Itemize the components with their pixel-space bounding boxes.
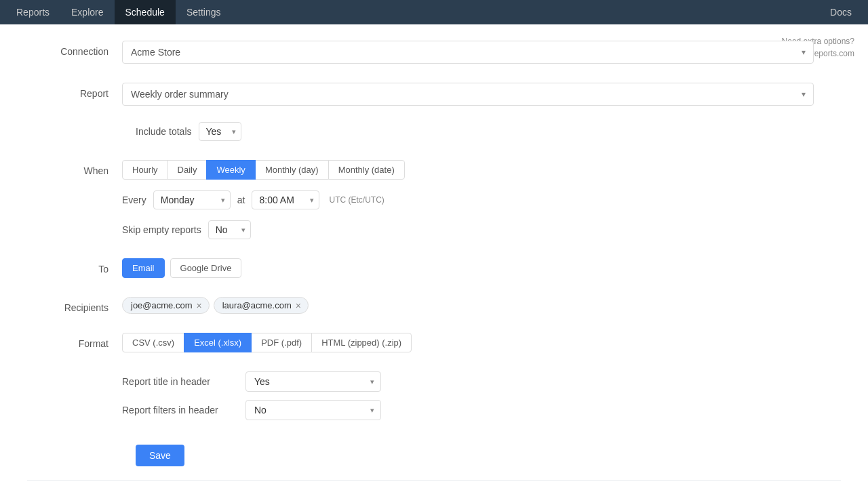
recipient-email-joe: joe@acme.com [131, 300, 193, 310]
connection-dropdown-wrapper: Acme Store [122, 41, 814, 64]
report-field: Weekly order summary [122, 83, 814, 106]
day-dropdown: Monday Tuesday Wednesday Thursday Friday… [153, 190, 231, 209]
report-title-select[interactable]: Yes No [245, 371, 381, 392]
format-pdf[interactable]: PDF (.pdf) [251, 333, 312, 352]
save-button[interactable]: Save [136, 445, 184, 466]
to-email-button[interactable]: Email [122, 258, 165, 278]
report-title-dropdown: Yes No [245, 371, 381, 392]
skip-dropdown: No Yes [208, 220, 251, 239]
include-totals-dropdown: Yes No [199, 122, 241, 141]
nav-schedule[interactable]: Schedule [115, 0, 176, 24]
connection-field: Acme Store [122, 41, 814, 64]
skip-row: Skip empty reports No Yes [122, 220, 814, 239]
tab-hourly[interactable]: Hourly [122, 160, 168, 180]
main-content: Need extra options? Let us know at hello… [0, 24, 868, 488]
format-xlsx[interactable]: Excel (.xlsx) [184, 333, 252, 352]
time-dropdown: 8:00 AM 9:00 AM 10:00 AM [252, 190, 319, 209]
report-row: Report Weekly order summary [27, 80, 841, 106]
connection-select[interactable]: Acme Store [122, 41, 814, 64]
report-filters-select[interactable]: No Yes [245, 400, 381, 420]
report-title-subrow: Report title in header Yes No [122, 371, 814, 392]
when-tab-group: Hourly Daily Weekly Monthly (day) Monthl… [122, 160, 814, 180]
tab-monthly-day[interactable]: Monthly (day) [255, 160, 329, 180]
recipient-tag-joe: joe@acme.com × [122, 297, 210, 314]
nav-settings[interactable]: Settings [176, 0, 232, 24]
skip-select[interactable]: No Yes [208, 220, 251, 239]
to-group: Email Google Drive [122, 258, 814, 278]
include-totals-label: Include totals [136, 126, 192, 137]
report-select[interactable]: Weekly order summary [122, 83, 814, 106]
recipients-label: Recipients [27, 297, 122, 313]
format-row: Format CSV (.csv) Excel (.xlsx) PDF (.pd… [27, 330, 841, 352]
when-label: When [27, 160, 122, 176]
recipients-row: Recipients joe@acme.com × laura@acme.com… [27, 294, 841, 314]
when-section: Hourly Daily Weekly Monthly (day) Monthl… [122, 160, 814, 239]
format-csv[interactable]: CSV (.csv) [122, 333, 184, 352]
report-title-spacer [27, 371, 122, 377]
recipients-list: joe@acme.com × laura@acme.com × [122, 297, 814, 314]
report-title-row: Report title in header Yes No Report fil… [27, 369, 841, 428]
every-label: Every [122, 195, 146, 205]
at-label: at [237, 195, 245, 205]
to-row: To Email Google Drive [27, 256, 841, 278]
format-group: CSV (.csv) Excel (.xlsx) PDF (.pdf) HTML… [122, 333, 814, 352]
report-filters-dropdown: No Yes [245, 400, 381, 420]
recipient-remove-laura[interactable]: × [296, 301, 301, 310]
utc-label: UTC (Etc/UTC) [329, 195, 384, 205]
recipient-remove-joe[interactable]: × [197, 301, 202, 310]
to-googledrive-button[interactable]: Google Drive [170, 258, 242, 278]
every-row: Every Monday Tuesday Wednesday Thursday … [122, 190, 814, 209]
skip-label: Skip empty reports [122, 224, 201, 235]
format-html[interactable]: HTML (zipped) (.zip) [311, 333, 412, 352]
report-dropdown-wrapper: Weekly order summary [122, 83, 814, 106]
include-totals-row: Include totals Yes No [27, 122, 841, 141]
to-label: To [27, 258, 122, 274]
report-label: Report [27, 83, 122, 99]
include-totals-select[interactable]: Yes No [199, 122, 241, 141]
report-title-label: Report title in header [122, 376, 237, 387]
to-field: Email Google Drive [122, 258, 814, 278]
format-field: CSV (.csv) Excel (.xlsx) PDF (.pdf) HTML… [122, 333, 814, 352]
format-label: Format [27, 333, 122, 349]
report-filters-subrow: Report filters in header No Yes [122, 400, 814, 420]
nav-explore[interactable]: Explore [60, 0, 114, 24]
time-select[interactable]: 8:00 AM 9:00 AM 10:00 AM [252, 190, 319, 209]
when-row: When Hourly Daily Weekly Monthly (day) M… [27, 157, 841, 239]
tab-daily[interactable]: Daily [167, 160, 208, 180]
nav-reports[interactable]: Reports [5, 0, 60, 24]
bottom-border [27, 480, 841, 481]
day-select[interactable]: Monday Tuesday Wednesday Thursday Friday… [153, 190, 231, 209]
nav-docs[interactable]: Docs [819, 7, 863, 18]
report-filters-label: Report filters in header [122, 405, 237, 415]
report-title-field: Report title in header Yes No Report fil… [122, 371, 814, 428]
connection-label: Connection [27, 41, 122, 57]
top-nav: Reports Explore Schedule Settings Docs [0, 0, 868, 24]
recipient-email-laura: laura@acme.com [222, 300, 292, 310]
recipient-tag-laura: laura@acme.com × [214, 297, 309, 314]
tab-weekly[interactable]: Weekly [206, 160, 255, 180]
recipients-field: joe@acme.com × laura@acme.com × [122, 297, 814, 314]
save-row: Save [27, 445, 841, 466]
connection-row: Connection Acme Store [27, 38, 841, 64]
tab-monthly-date[interactable]: Monthly (date) [328, 160, 405, 180]
